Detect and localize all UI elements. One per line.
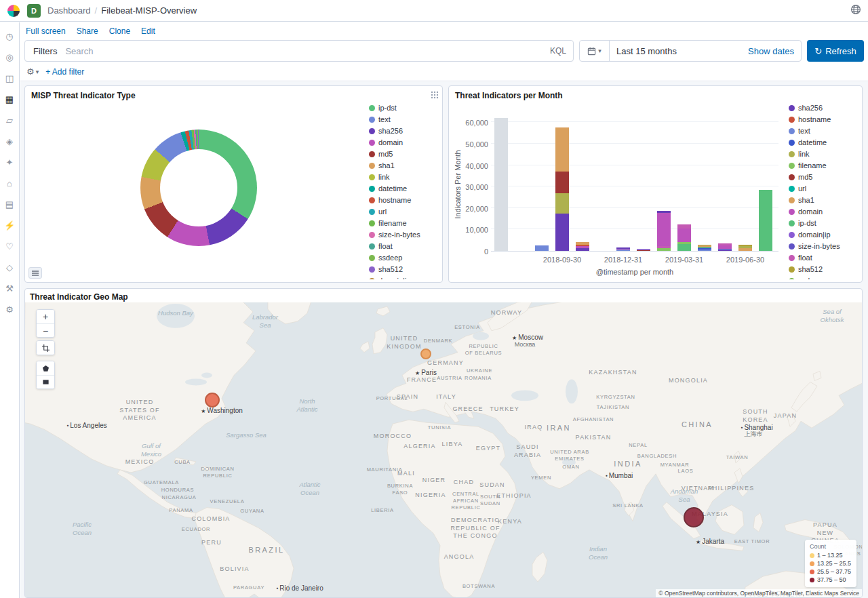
infrastructure-icon[interactable]: ⌂ [3, 178, 16, 190]
bar-2019-05-31[interactable] [718, 119, 732, 251]
bar-2018-12-31[interactable] [616, 119, 630, 251]
legend-item-datetime[interactable]: datetime [369, 184, 438, 193]
bar-segment-sha1[interactable] [738, 248, 752, 251]
bar-segment-domain[interactable] [657, 213, 671, 247]
bar-2018-08-31[interactable] [535, 119, 549, 251]
bar-2018-09-30[interactable] [555, 119, 569, 251]
legend-item-url[interactable]: url [369, 207, 438, 216]
search-input[interactable] [65, 46, 543, 56]
bar-2019-07-31[interactable] [759, 119, 772, 251]
refresh-button[interactable]: ↻ Refresh [807, 40, 864, 62]
bar-2019-04-30[interactable] [698, 119, 711, 251]
menu-link-full-screen[interactable]: Full screen [26, 26, 66, 36]
management-icon[interactable]: ⚙ [3, 304, 16, 316]
bar-segment-ip-dst[interactable] [759, 190, 772, 251]
bar-segment-sha256[interactable] [616, 247, 630, 248]
bar-segment-link[interactable] [738, 246, 752, 248]
apm-icon[interactable]: ⚡ [3, 220, 16, 232]
bar-segment-text[interactable] [637, 249, 650, 250]
legend-item-text[interactable]: text [369, 115, 438, 123]
legend-item-link[interactable]: link [789, 150, 858, 158]
siem-icon[interactable]: ◇ [3, 262, 16, 274]
bar-segment-domain[interactable] [718, 245, 732, 248]
crop-tool-button[interactable] [37, 341, 54, 355]
bar-segment-hostname[interactable] [576, 245, 589, 246]
bar-segment-md5[interactable] [637, 250, 650, 251]
bar-segment-sha256[interactable] [718, 250, 732, 251]
bar-segment-link[interactable] [555, 193, 569, 214]
panel-menu-icon[interactable] [431, 89, 439, 102]
legend-item-sha256[interactable]: sha256 [789, 104, 858, 112]
bar-segment-domain[interactable] [576, 246, 589, 248]
threat-bubble[interactable] [205, 393, 220, 407]
bar-plot-area[interactable] [491, 119, 778, 252]
menu-link-share[interactable]: Share [77, 26, 98, 36]
legend-item-ip-dst[interactable]: ip-dst [789, 219, 858, 227]
legend-item-domain|ip[interactable]: domain|ip [789, 231, 858, 239]
bar-2019-01-31[interactable] [637, 119, 650, 251]
bar-segment-sha256[interactable] [576, 248, 589, 251]
canvas-icon[interactable]: ▱ [3, 115, 16, 127]
bar-segment-text[interactable] [718, 249, 732, 250]
legend-item-text[interactable]: text [789, 127, 858, 135]
draw-polygon-button[interactable] [37, 361, 54, 375]
legend-item-hostname[interactable]: hostname [369, 196, 438, 204]
logs-icon[interactable]: ▤ [3, 199, 16, 211]
draw-rectangle-button[interactable] [37, 375, 54, 388]
zoom-out-button[interactable]: − [37, 323, 54, 337]
bar-segment-sha256[interactable] [555, 214, 569, 251]
legend-item-domain[interactable]: domain [369, 138, 438, 146]
legend-item-sha512[interactable]: sha512 [789, 265, 858, 273]
globe-icon[interactable] [850, 4, 861, 18]
saved-query-menu-button[interactable]: Filters [25, 46, 65, 56]
bar-segment-unlabeled[interactable] [494, 118, 508, 251]
time-range-value[interactable]: Last 15 months [610, 46, 748, 56]
menu-link-edit[interactable]: Edit [141, 26, 155, 36]
legend-item-sha1[interactable]: sha1 [369, 161, 438, 170]
donut-chart[interactable] [140, 129, 257, 246]
legend-item-size-in-bytes[interactable]: size-in-bytes [369, 231, 438, 239]
uptime-icon[interactable]: ♡ [3, 241, 16, 253]
legend-item-float[interactable]: float [369, 242, 438, 250]
zoom-in-button[interactable]: + [37, 310, 54, 323]
bar-segment-float[interactable] [718, 243, 732, 245]
legend-item-filename[interactable]: filename [789, 161, 858, 170]
legend-item-md5[interactable]: md5 [789, 173, 858, 181]
recently-viewed-icon[interactable]: ◷ [3, 31, 16, 43]
kibana-logo[interactable] [7, 4, 20, 18]
legend-item-link[interactable]: link [369, 173, 438, 181]
visualize-icon[interactable]: ◫ [3, 73, 16, 85]
threat-bubble[interactable] [684, 507, 704, 527]
calendar-button[interactable]: ▾ [580, 41, 610, 61]
bar-segment-sha1[interactable] [576, 242, 589, 245]
bar-2019-03-31[interactable] [677, 119, 691, 251]
legend-item-md5[interactable]: md5 [369, 150, 438, 158]
bar-segment-domain[interactable] [616, 249, 630, 250]
legend-toggle-button[interactable] [28, 267, 42, 279]
machine-learning-icon[interactable]: ✦ [3, 157, 16, 169]
legend-item-size-in-bytes[interactable]: size-in-bytes [789, 242, 858, 250]
bar-segment-domain[interactable] [637, 250, 650, 250]
kql-toggle[interactable]: KQL [543, 46, 573, 56]
show-dates-link[interactable]: Show dates [748, 46, 801, 56]
bar-segment-filename[interactable] [657, 248, 671, 251]
legend-item-ssdeep[interactable]: ssdeep [789, 277, 858, 279]
bar-segment-sha1[interactable] [555, 127, 569, 172]
bar-segment-ip-dst[interactable] [677, 244, 691, 251]
bar-2018-10-31[interactable] [576, 119, 589, 251]
bar-segment-text[interactable] [616, 250, 630, 251]
legend-item-sha512[interactable]: sha512 [369, 265, 438, 273]
bar-2018-06-30[interactable] [494, 119, 508, 251]
bar-segment-md5[interactable] [555, 172, 569, 193]
legend-item-sha256[interactable]: sha256 [369, 127, 438, 135]
discover-icon[interactable]: ◎ [3, 52, 16, 64]
bar-segment-sha512[interactable] [738, 245, 752, 246]
bar-segment-filename[interactable] [677, 242, 691, 244]
bar-segment-float[interactable] [677, 224, 691, 228]
legend-item-hostname[interactable]: hostname [789, 115, 858, 123]
bar-segment-domain[interactable] [677, 228, 691, 242]
filter-options-button[interactable]: ⚙ ▾ [26, 66, 39, 77]
bar-segment-float[interactable] [657, 246, 671, 247]
legend-item-filename[interactable]: filename [369, 219, 438, 227]
bar-segment-text[interactable] [698, 250, 711, 251]
